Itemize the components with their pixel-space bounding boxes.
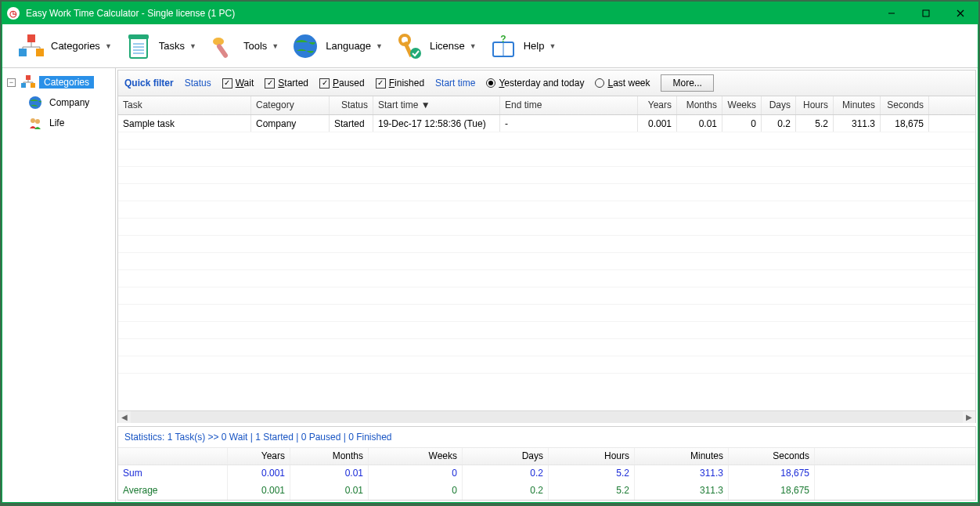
col-category[interactable]: Category [251, 96, 330, 114]
quick-filter-label: Quick filter [124, 78, 174, 89]
minimize-button[interactable] [874, 2, 909, 24]
stats-avg-weeks: 0 [369, 483, 463, 500]
toolbar-tasks-label: Tasks [159, 40, 185, 52]
status-filter-label[interactable]: Status [185, 78, 211, 89]
stats-col-days: Days [463, 448, 549, 464]
toolbar-license[interactable]: License ▼ [389, 27, 481, 65]
filter-last-week-radio[interactable]: Last week [595, 78, 650, 89]
toolbar-language[interactable]: Language ▼ [285, 27, 387, 65]
main-toolbar: Categories ▼ Tasks ▼ Tools ▼ Language ▼ [2, 24, 978, 68]
svg-rect-26 [26, 75, 31, 80]
close-button[interactable] [943, 2, 978, 24]
grid-header: Task Category Status Start time ▼ End ti… [118, 96, 975, 115]
col-task[interactable]: Task [118, 96, 251, 114]
filter-started-checkbox[interactable]: ✓ Started [265, 78, 308, 89]
table-row [118, 253, 975, 270]
globe-icon [27, 95, 43, 110]
key-icon [394, 31, 425, 62]
cell-days: 0.2 [762, 115, 796, 132]
cell-years: 0.001 [638, 115, 677, 132]
col-minutes[interactable]: Minutes [834, 96, 881, 114]
filter-wait-label: Wait [236, 78, 254, 89]
toolbar-categories[interactable]: Categories ▼ [10, 27, 117, 65]
col-status[interactable]: Status [330, 96, 373, 114]
checkbox-checked-icon: ✓ [376, 78, 386, 89]
filter-yt-label: Yesterday and today [499, 78, 584, 89]
toolbar-tools-label: Tools [243, 40, 267, 52]
filter-wait-checkbox[interactable]: ✓ Wait [222, 78, 254, 89]
more-button-label: More... [672, 78, 701, 89]
table-row [118, 132, 975, 150]
filter-lw-label: Last week [607, 78, 650, 89]
table-row [118, 356, 975, 374]
col-weeks[interactable]: Weeks [722, 96, 762, 114]
chevron-down-icon: ▼ [470, 42, 477, 50]
svg-rect-4 [27, 34, 35, 42]
titlebar: ◷ Easy Work Time Calculator - Single lic… [2, 2, 978, 24]
cell-start: 19-Dec-17 12:58:36 (Tue) [373, 115, 500, 132]
cell-hours: 5.2 [796, 115, 834, 132]
statistics-table: Years Months Weeks Days Hours Minutes Se… [118, 448, 975, 500]
svg-point-33 [29, 96, 41, 109]
horizontal-scrollbar[interactable]: ◀ ▶ [118, 410, 975, 423]
svg-point-22 [410, 48, 421, 59]
col-end-time[interactable]: End time [500, 96, 638, 114]
scroll-right-icon[interactable]: ▶ [963, 411, 975, 424]
table-row [118, 339, 975, 356]
toolbar-help[interactable]: ? Help ▼ [483, 27, 561, 65]
stats-col-hours: Hours [549, 448, 635, 464]
col-hours[interactable]: Hours [796, 96, 834, 114]
more-filter-button[interactable]: More... [661, 74, 713, 92]
col-start-time[interactable]: Start time ▼ [373, 96, 500, 114]
grid-body: Sample task Company Started 19-Dec-17 12… [118, 115, 975, 410]
stats-sum-years: 0.001 [228, 465, 290, 483]
start-time-filter-label[interactable]: Start time [435, 78, 475, 89]
col-months[interactable]: Months [677, 96, 722, 114]
radio-selected-icon [486, 78, 495, 88]
col-days[interactable]: Days [762, 96, 796, 114]
toolbar-language-label: Language [326, 40, 371, 52]
tree-root-categories[interactable]: − Categories [4, 73, 113, 92]
stats-avg-minutes: 311.3 [635, 483, 729, 500]
stats-avg-hours: 5.2 [549, 483, 635, 500]
stats-sum-label: Sum [118, 465, 228, 483]
chevron-down-icon: ▼ [549, 42, 556, 50]
stats-col-seconds: Seconds [729, 448, 815, 464]
tree-item-company[interactable]: Company [4, 93, 113, 112]
tree-item-life[interactable]: Life [4, 114, 113, 132]
cell-months: 0.01 [677, 115, 722, 132]
window-title: Easy Work Time Calculator - Single licen… [26, 8, 874, 19]
stats-sum-seconds: 18,675 [729, 465, 815, 483]
toolbar-tasks[interactable]: Tasks ▼ [118, 27, 201, 65]
cell-seconds: 18,675 [881, 115, 929, 132]
filter-paused-checkbox[interactable]: ✓ Paused [319, 78, 365, 89]
maximize-button[interactable] [909, 2, 943, 24]
sidebar: − Categories Company Life [2, 68, 116, 502]
svg-text:?: ? [500, 34, 506, 45]
scroll-track[interactable] [131, 411, 963, 424]
scroll-left-icon[interactable]: ◀ [118, 411, 131, 424]
stats-col-years: Years [228, 448, 290, 464]
checkbox-checked-icon: ✓ [319, 78, 330, 89]
table-row [118, 201, 975, 219]
cell-weeks: 0 [722, 115, 762, 132]
tree-expander-icon[interactable]: − [7, 78, 16, 87]
col-years[interactable]: Years [638, 96, 677, 114]
svg-rect-27 [21, 83, 26, 88]
stats-col-blank [118, 448, 228, 464]
stats-avg-months: 0.01 [290, 483, 369, 500]
filter-finished-checkbox[interactable]: ✓ Finished [376, 78, 424, 89]
stats-sum-row: Sum 0.001 0.01 0 0.2 5.2 311.3 18,675 [118, 465, 975, 483]
stats-sum-days: 0.2 [463, 465, 549, 483]
checkbox-checked-icon: ✓ [265, 78, 275, 89]
categories-icon [15, 31, 46, 62]
stats-sum-weeks: 0 [369, 465, 463, 483]
table-row[interactable]: Sample task Company Started 19-Dec-17 12… [118, 115, 975, 132]
filter-yesterday-today-radio[interactable]: Yesterday and today [486, 78, 584, 89]
toolbar-tools[interactable]: Tools ▼ [203, 27, 283, 65]
content-area: − Categories Company Life [2, 68, 978, 502]
col-seconds[interactable]: Seconds [881, 96, 929, 114]
toolbar-help-label: Help [524, 40, 545, 52]
stats-avg-row: Average 0.001 0.01 0 0.2 5.2 311.3 18,67… [118, 483, 975, 500]
help-icon: ? [488, 31, 519, 62]
